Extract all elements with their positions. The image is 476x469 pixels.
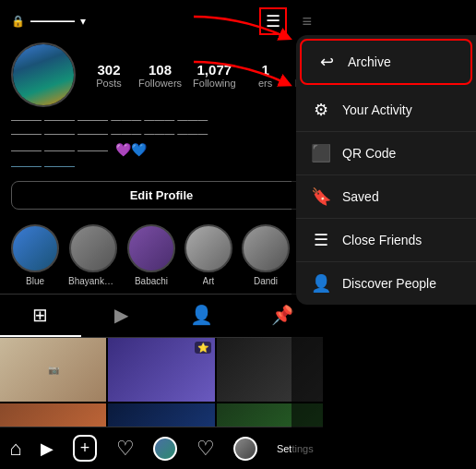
star-icon: ⭐ <box>195 342 211 354</box>
following-stat: 1,077 Following <box>193 62 235 89</box>
saved-icon: 📌 <box>271 304 294 326</box>
saved-menu-item[interactable]: 🔖 Saved <box>296 175 476 219</box>
highlights-row: Blue Bhayankat... Babachi Art Dandi Art … <box>0 217 323 294</box>
tab-reels[interactable]: ▶ <box>81 295 162 337</box>
avatar <box>11 42 76 107</box>
followers-label: Followers <box>138 78 182 89</box>
close-friends-icon: ☰ <box>311 230 331 250</box>
archive-label: Archive <box>348 54 391 69</box>
activity-icon: ⚙ <box>311 100 331 120</box>
grid-icon: ⊞ <box>32 304 48 326</box>
highlight-item[interactable]: Babachi <box>127 224 175 286</box>
highlight-item[interactable]: Dandi <box>242 224 290 286</box>
close-friends-label: Close Friends <box>342 233 422 247</box>
tab-tagged[interactable]: 👤 <box>161 295 243 337</box>
highlight-circle <box>11 224 59 272</box>
highlight-label: Babachi <box>135 276 168 286</box>
posts-label: Posts <box>96 78 122 89</box>
grid-cell[interactable]: ⭐ <box>108 338 214 403</box>
nav-add[interactable]: + <box>73 435 98 462</box>
highlight-label: Dandi <box>254 276 278 286</box>
posts-count: 302 <box>97 62 120 78</box>
discover-icon: 👤 <box>311 273 331 294</box>
nav-heart2[interactable]: ♡ <box>196 437 215 461</box>
hamburger-icon[interactable]: ☰ <box>266 12 280 30</box>
bio-line-1: ——— ——— ——— ——— ——— ——— <box>11 113 312 126</box>
highlight-circle <box>69 224 117 272</box>
profile-page: 🔒 ——— ▾ ☰ ≡ 302 Posts 108 Follow <box>0 0 323 469</box>
highlight-item[interactable]: Blue <box>11 224 59 286</box>
tab-grid[interactable]: ⊞ <box>0 295 81 337</box>
nav-profile-avatar[interactable] <box>153 437 177 461</box>
discover-people-menu-item[interactable]: 👤 Discover People <box>296 262 476 305</box>
header-left: 🔒 ——— ▾ <box>11 13 86 30</box>
ers-count: 1 <box>261 62 268 78</box>
chevron-down-icon[interactable]: ▾ <box>80 15 86 28</box>
saved-label: Saved <box>342 189 379 204</box>
activity-label: Your Activity <box>342 102 412 117</box>
hearts-emoji: 💜💙 <box>115 141 147 160</box>
nav-profile-avatar2[interactable] <box>233 437 257 461</box>
hamburger-menu-box: ☰ <box>259 7 287 35</box>
qrcode-icon: ⬛ <box>311 143 331 163</box>
bio-link[interactable]: ——— ——— <box>11 159 312 173</box>
followers-count: 108 <box>149 62 172 78</box>
bottom-nav: ⌂ ▶ + ♡ ♡ Settings <box>0 427 323 469</box>
qrcode-label: QR Code <box>342 146 396 161</box>
nav-heart[interactable]: ♡ <box>116 437 135 461</box>
highlight-label: Art <box>203 276 215 286</box>
tagged-icon: 👤 <box>190 304 213 326</box>
highlight-circle <box>184 224 232 272</box>
highlight-item[interactable]: Art <box>184 224 232 286</box>
stats-row: 302 Posts 108 Followers 1,077 Following … <box>90 62 323 89</box>
qrcode-menu-item[interactable]: ⬛ QR Code <box>296 132 476 175</box>
ers-label: ers <box>258 78 272 89</box>
dropdown-menu: ↩ Archive ⚙ Your Activity ⬛ QR Code 🔖 Sa… <box>296 35 476 305</box>
bio-line-3: ——— ——— ——— <box>11 143 108 157</box>
posts-stat: 302 Posts <box>90 62 127 89</box>
header: 🔒 ——— ▾ ☰ ≡ <box>0 0 323 42</box>
bio-section: ——— ——— ——— ——— ——— ——— ——— ——— ——— ——— … <box>11 113 312 174</box>
following-count: 1,077 <box>197 62 232 78</box>
profile-row: 302 Posts 108 Followers 1,077 Following … <box>11 42 312 107</box>
highlight-label: Blue <box>26 276 44 286</box>
edit-profile-button[interactable]: Edit Profile <box>11 181 312 210</box>
highlight-circle <box>127 224 175 272</box>
followers-stat: 108 Followers <box>138 62 182 89</box>
highlight-item[interactable]: Bhayankat... <box>68 224 118 286</box>
tab-bar: ⊞ ▶ 👤 📌 <box>0 294 323 338</box>
activity-menu-item[interactable]: ⚙ Your Activity <box>296 89 476 132</box>
bio-line-2: ——— ——— ——— ——— ——— ——— <box>11 126 312 140</box>
archive-icon: ↩ <box>316 52 337 72</box>
archive-menu-item-box: ↩ Archive <box>300 39 472 85</box>
profile-section: 302 Posts 108 Followers 1,077 Following … <box>0 42 323 217</box>
discover-label: Discover People <box>342 276 436 291</box>
highlight-circle <box>242 224 290 272</box>
ers-stat: 1 ers <box>247 62 284 89</box>
nav-reels[interactable]: ▶ <box>41 439 54 459</box>
close-friends-menu-item[interactable]: ☰ Close Friends <box>296 219 476 262</box>
grid-cell[interactable]: 📷 <box>0 338 106 403</box>
archive-menu-item[interactable]: ↩ Archive <box>302 41 470 83</box>
username: ——— <box>30 13 75 30</box>
highlight-label: Bhayankat... <box>68 276 118 286</box>
following-label: Following <box>193 78 235 89</box>
reels-icon: ▶ <box>114 304 128 326</box>
lock-icon: 🔒 <box>11 15 25 28</box>
nav-home[interactable]: ⌂ <box>9 437 21 461</box>
saved-bookmark-icon: 🔖 <box>311 186 331 207</box>
